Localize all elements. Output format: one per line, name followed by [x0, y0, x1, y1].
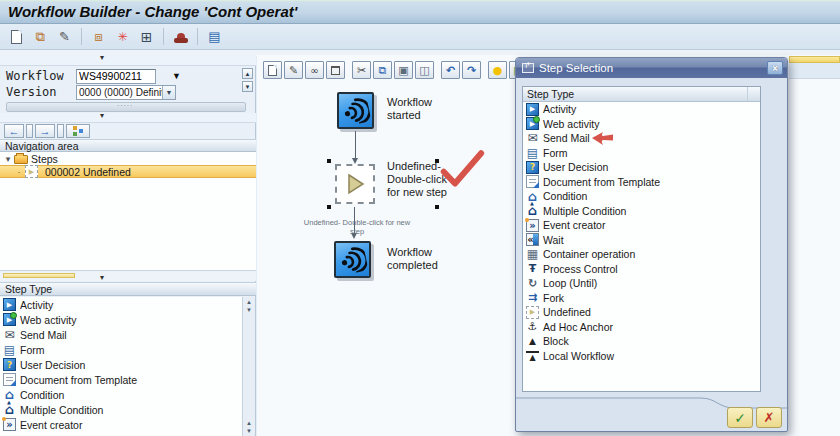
test-icon[interactable]: ⊞ [136, 26, 157, 47]
collapse-strip[interactable] [0, 55, 256, 66]
workflow-started-node[interactable] [337, 92, 374, 129]
event-waves-icon [339, 94, 371, 126]
list-item[interactable]: Fork [523, 291, 760, 306]
panel-splitter[interactable] [0, 270, 256, 281]
create-icon[interactable] [6, 26, 27, 47]
paste-special-icon[interactable]: ◫ [415, 61, 434, 79]
form-icon [3, 343, 16, 356]
list-item[interactable]: Multiple Condition [523, 204, 760, 219]
cut-icon[interactable]: ✂ [352, 61, 371, 79]
list-scrollbar[interactable]: ▲ ▼ ▲ ▼ [242, 297, 255, 436]
list-item[interactable]: User Decision [523, 160, 760, 175]
list-header: Step Type [523, 87, 760, 102]
workflow-builder-window: Workflow Builder - Change 'Cont Operat' … [0, 0, 840, 436]
list-item[interactable]: Condition [523, 189, 760, 204]
overview-icon[interactable]: ▤ [204, 26, 225, 47]
list-item[interactable]: Send Mail [523, 131, 760, 146]
paste-icon[interactable]: ▣ [394, 61, 413, 79]
node-label: Workflow completed [387, 246, 457, 272]
close-icon[interactable]: × [767, 61, 783, 75]
cancel-x-icon[interactable]: ✗ [756, 407, 782, 428]
workflow-input[interactable] [76, 69, 156, 84]
redo-icon[interactable]: ↷ [462, 61, 481, 79]
step-selection-list: Step Type Activity Web activity Send Mai… [522, 86, 761, 392]
version-select[interactable]: 0000 (0000) Definition ▼ [76, 85, 176, 100]
step-selection-dialog: Step Selection × Step Type Activity Web … [515, 57, 788, 432]
list-item[interactable]: Web activity [523, 117, 760, 132]
form-icon [526, 146, 539, 159]
list-item[interactable]: Send Mail [0, 327, 243, 342]
list-item[interactable]: Container operation [523, 247, 760, 262]
list-item[interactable]: Process Control [523, 262, 760, 277]
list-item[interactable]: Web activity [0, 312, 243, 327]
list-item[interactable]: Ad Hoc Anchor [523, 320, 760, 335]
copy-workflow-icon[interactable]: ⧉ [30, 26, 51, 47]
list-item[interactable]: Block [523, 334, 760, 349]
undefined-step-node[interactable] [335, 164, 375, 204]
confirm-check-icon[interactable]: ✓ [727, 407, 753, 428]
undo-icon[interactable]: ↶ [441, 61, 460, 79]
main-toolbar: ⧉ ✎ ⧈ ✳ ⊞ ▤ [0, 24, 840, 50]
collapse-strip[interactable] [0, 113, 256, 123]
activity-icon [526, 103, 539, 116]
workflow-label: Workflow [0, 69, 76, 83]
dialog-titlebar[interactable]: Step Selection × [516, 58, 787, 78]
structure-button[interactable] [66, 124, 90, 138]
copy-icon[interactable]: ⧉ [373, 61, 392, 79]
fork-icon [526, 291, 539, 304]
back-arrow-button[interactable]: ← [4, 124, 24, 138]
list-item[interactable]: Local Workflow [523, 349, 760, 364]
panel-scrollbar[interactable]: ▲ ▼ [242, 68, 253, 100]
splitter-handle[interactable] [3, 273, 75, 278]
where-used-icon[interactable]: ⧈ [88, 26, 109, 47]
workflow-dropdown-icon[interactable]: ▼ [172, 71, 181, 81]
event-creator-icon [526, 219, 539, 232]
list-item[interactable]: Activity [0, 297, 243, 312]
activity-icon [3, 298, 16, 311]
list-item[interactable]: Undefined [523, 305, 760, 320]
collapsed-tray[interactable] [6, 102, 246, 112]
user-decision-icon [3, 358, 16, 371]
display-change-icon[interactable]: ✎ [54, 26, 75, 47]
list-item[interactable]: Document from Template [0, 372, 243, 387]
chevron-down-icon[interactable]: ▼ [162, 86, 175, 99]
scroll-down-icon[interactable]: ▼ [246, 427, 252, 435]
list-item[interactable]: Multiple Condition [0, 402, 243, 417]
find-icon[interactable]: ∞ [305, 61, 324, 79]
page-title: Workflow Builder - Change 'Cont Operat' [8, 3, 297, 20]
workflow-completed-node[interactable] [334, 241, 371, 278]
list-item[interactable]: Event creator [523, 218, 760, 233]
back-history-button[interactable] [26, 124, 33, 138]
list-item[interactable]: Form [523, 146, 760, 161]
scroll-down-icon[interactable]: ▼ [246, 306, 252, 314]
list-item[interactable]: Form [0, 342, 243, 357]
version-value: 0000 (0000) Definition [77, 87, 162, 98]
list-item[interactable]: Condition [0, 387, 243, 402]
highlight-icon[interactable]: ● [488, 61, 507, 79]
new-icon[interactable] [263, 61, 282, 79]
scroll-up-icon[interactable]: ▲ [246, 298, 252, 306]
list-item[interactable]: User Decision [0, 357, 243, 372]
other-workflow-icon[interactable] [170, 26, 191, 47]
list-item[interactable]: Event creator [0, 417, 243, 432]
list-item[interactable]: Wait [523, 233, 760, 248]
list-item[interactable]: Document from Template [523, 175, 760, 190]
tree-item-undefined[interactable]: · 000002 Undefined [0, 165, 256, 178]
document-from-template-icon [526, 175, 539, 188]
list-item[interactable]: Activity [523, 102, 760, 117]
forward-history-button[interactable] [57, 124, 64, 138]
expander-icon[interactable]: ▾ [5, 154, 11, 164]
event-creator-icon [3, 418, 16, 431]
delete-icon[interactable] [326, 61, 345, 79]
list-item[interactable]: Loop (Until) [523, 276, 760, 291]
scroll-down-icon[interactable]: ▼ [242, 81, 253, 92]
scroll-up-icon[interactable]: ▲ [246, 419, 252, 427]
send-mail-icon [526, 132, 539, 145]
edit-icon[interactable]: ✎ [284, 61, 303, 79]
scroll-up-icon[interactable]: ▲ [242, 68, 253, 79]
forward-arrow-button[interactable]: → [35, 124, 55, 138]
tree-item-steps[interactable]: ▾ Steps [0, 152, 256, 165]
activate-icon[interactable]: ✳ [112, 26, 133, 47]
step-type-list: Activity Web activity Send Mail Form Use… [0, 297, 243, 436]
dialog-title: Step Selection [539, 62, 767, 74]
